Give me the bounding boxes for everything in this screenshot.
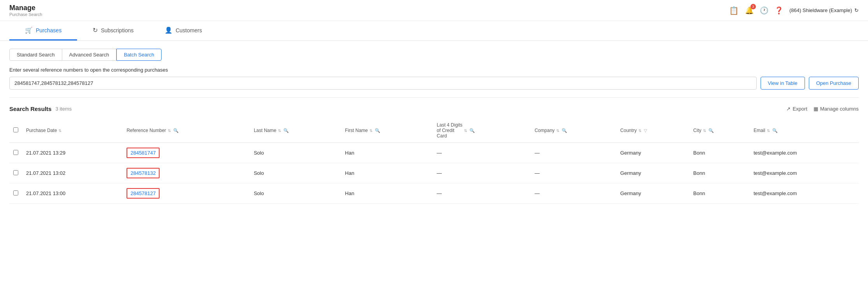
- cell-country-2: Germany: [617, 183, 690, 204]
- cell-country-0: Germany: [617, 143, 690, 163]
- first-name-search-icon[interactable]: 🔍: [375, 128, 380, 133]
- results-title: Search Results 3 items: [9, 106, 72, 112]
- header-actions: 📋 🔔 3 🕐 ❓ (864) Shieldware (Example) ↻: [729, 6, 859, 15]
- search-tab-batch[interactable]: Batch Search: [116, 49, 162, 61]
- search-input-row: View in Table Open Purchase: [9, 77, 859, 90]
- open-purchase-button[interactable]: Open Purchase: [809, 77, 859, 90]
- export-button[interactable]: ↗ Export: [786, 106, 807, 112]
- th-country-label: Country: [620, 128, 637, 133]
- last4-sort-icon[interactable]: ⇅: [464, 128, 467, 133]
- row-checkbox-cell[interactable]: [9, 163, 22, 183]
- app-title: Manage: [9, 4, 42, 12]
- th-company-label: Company: [534, 128, 554, 133]
- email-search-icon[interactable]: 🔍: [772, 128, 778, 133]
- notification-badge: 3: [750, 4, 756, 9]
- person-icon: 👤: [165, 26, 172, 34]
- cell-email-2: test@example.com: [750, 183, 859, 204]
- last-name-sort-icon[interactable]: ⇅: [278, 128, 281, 133]
- cell-email-0: test@example.com: [750, 143, 859, 163]
- row-checkbox-2[interactable]: [13, 190, 18, 195]
- cell-company-1: —: [531, 163, 616, 183]
- columns-icon: ▦: [814, 106, 818, 112]
- results-header: Search Results 3 items ↗ Export ▦ Manage…: [9, 106, 859, 112]
- header: Manage Purchase Search 📋 🔔 3 🕐 ❓ (864) S…: [0, 0, 868, 21]
- city-sort-icon[interactable]: ⇅: [703, 128, 706, 133]
- user-menu-icon: ↻: [854, 7, 859, 13]
- results-table-wrapper: Purchase Date ⇅ Reference Number ⇅ 🔍: [9, 118, 859, 204]
- th-last-name-label: Last Name: [254, 128, 276, 133]
- cell-purchase-date-1: 21.07.2021 13:02: [22, 163, 123, 183]
- cart-icon: 🛒: [25, 26, 33, 34]
- export-icon: ↗: [786, 106, 791, 112]
- th-first-name: First Name ⇅ 🔍: [341, 118, 433, 143]
- select-all-checkbox[interactable]: [13, 127, 18, 132]
- company-sort-icon[interactable]: ⇅: [556, 128, 559, 133]
- refresh-icon: ↻: [93, 26, 98, 34]
- section-divider: [9, 97, 859, 98]
- th-country: Country ⇅ ▽: [617, 118, 690, 143]
- th-first-name-label: First Name: [345, 128, 368, 133]
- tab-purchases-label: Purchases: [36, 27, 61, 33]
- purchase-date-sort-icon[interactable]: ⇅: [58, 128, 61, 133]
- th-purchase-date-label: Purchase Date: [26, 128, 57, 133]
- search-type-tabs: Standard Search Advanced Search Batch Se…: [9, 49, 859, 61]
- tab-purchases[interactable]: 🛒 Purchases: [9, 21, 77, 40]
- th-company: Company ⇅ 🔍: [531, 118, 616, 143]
- results-table: Purchase Date ⇅ Reference Number ⇅ 🔍: [9, 118, 859, 204]
- th-city-label: City: [693, 128, 701, 133]
- cell-purchase-date-0: 21.07.2021 13:29: [22, 143, 123, 163]
- help-icon[interactable]: ❓: [775, 6, 783, 15]
- last4-search-icon[interactable]: 🔍: [469, 128, 475, 133]
- cell-last-name-1: Solo: [250, 163, 341, 183]
- tab-subscriptions[interactable]: ↻ Subscriptions: [77, 21, 149, 40]
- first-name-sort-icon[interactable]: ⇅: [369, 128, 373, 133]
- ref-num-highlighted-0: 284581747: [127, 148, 160, 158]
- cell-first-name-0: Han: [341, 143, 433, 163]
- search-description: Enter several reference numbers to open …: [9, 67, 859, 73]
- cell-reference-number-1[interactable]: 284578132: [123, 163, 250, 183]
- cell-last-name-0: Solo: [250, 143, 341, 163]
- row-checkbox-cell[interactable]: [9, 183, 22, 204]
- reference-number-sort-icon[interactable]: ⇅: [168, 128, 171, 133]
- th-select-all[interactable]: [9, 118, 22, 143]
- table-row: 21.07.2021 13:02 284578132 Solo Han — — …: [9, 163, 859, 183]
- company-search-icon[interactable]: 🔍: [562, 128, 567, 133]
- table-row: 21.07.2021 13:00 284578127 Solo Han — — …: [9, 183, 859, 204]
- cell-reference-number-0[interactable]: 284581747: [123, 143, 250, 163]
- th-last4: Last 4 Digitsof CreditCard ⇅ 🔍: [433, 118, 531, 143]
- last-name-search-icon[interactable]: 🔍: [283, 128, 289, 133]
- cell-email-1: test@example.com: [750, 163, 859, 183]
- th-last-name: Last Name ⇅ 🔍: [250, 118, 341, 143]
- email-sort-icon[interactable]: ⇅: [767, 128, 770, 133]
- th-last4-label: Last 4 Digitsof CreditCard: [437, 122, 462, 139]
- user-info[interactable]: (864) Shieldware (Example) ↻: [789, 7, 859, 13]
- country-filter-icon[interactable]: ▽: [644, 128, 647, 133]
- cell-first-name-2: Han: [341, 183, 433, 204]
- tab-customers-label: Customers: [176, 27, 202, 33]
- ref-num-highlighted-1: 284578132: [127, 168, 160, 178]
- clipboard-icon[interactable]: 📋: [729, 6, 739, 15]
- cell-last-name-2: Solo: [250, 183, 341, 204]
- city-search-icon[interactable]: 🔍: [708, 128, 714, 133]
- clock-icon[interactable]: 🕐: [760, 6, 768, 15]
- th-purchase-date: Purchase Date ⇅: [22, 118, 123, 143]
- view-in-table-button[interactable]: View in Table: [761, 77, 805, 90]
- cell-company-2: —: [531, 183, 616, 204]
- tab-customers[interactable]: 👤 Customers: [149, 21, 218, 40]
- country-sort-icon[interactable]: ⇅: [638, 128, 641, 133]
- search-tab-standard[interactable]: Standard Search: [9, 49, 62, 61]
- row-checkbox-1[interactable]: [13, 170, 18, 175]
- th-city: City ⇅ 🔍: [689, 118, 750, 143]
- table-header-row: Purchase Date ⇅ Reference Number ⇅ 🔍: [9, 118, 859, 143]
- row-checkbox-0[interactable]: [13, 150, 18, 155]
- cell-country-1: Germany: [617, 163, 690, 183]
- notification-icon[interactable]: 🔔 3: [745, 6, 754, 15]
- results-actions: ↗ Export ▦ Manage columns: [786, 106, 859, 112]
- reference-number-search-icon[interactable]: 🔍: [173, 128, 179, 133]
- row-checkbox-cell[interactable]: [9, 143, 22, 163]
- manage-columns-button[interactable]: ▦ Manage columns: [814, 106, 859, 112]
- table-row: 21.07.2021 13:29 284581747 Solo Han — — …: [9, 143, 859, 163]
- batch-search-input[interactable]: [9, 77, 757, 90]
- cell-reference-number-2[interactable]: 284578127: [123, 183, 250, 204]
- search-tab-advanced[interactable]: Advanced Search: [62, 49, 117, 61]
